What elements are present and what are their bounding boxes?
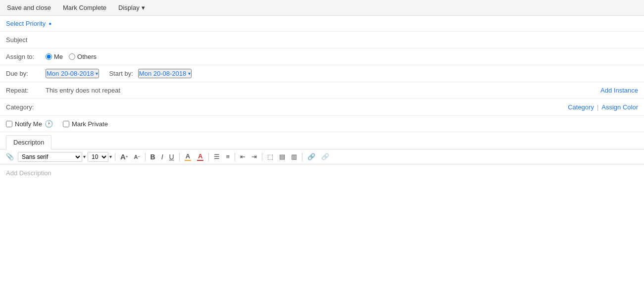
priority-dropdown-icon: ● (49, 21, 51, 26)
assign-radio-group: Me Others (46, 53, 638, 60)
remove-link-icon[interactable]: 🔗 (319, 152, 331, 161)
toolbar: Save and close Mark Complete Display ▾ (0, 0, 644, 16)
priority-row: Select Priority ● (0, 16, 644, 32)
assign-me-option[interactable]: Me (46, 53, 63, 60)
toolbar-separator-6 (262, 153, 262, 161)
select-priority-button[interactable]: Select Priority ● (6, 20, 51, 27)
decrease-font-size-icon[interactable]: A− (132, 153, 142, 161)
repeat-label: Repeat: (6, 87, 46, 94)
notify-me-label: Notify Me (15, 120, 42, 128)
toolbar-separator-4 (208, 153, 209, 161)
font-size-select[interactable]: 10 12 14 16 18 (88, 152, 108, 162)
add-instance-button[interactable]: Add Instance (600, 87, 638, 94)
due-date-field: Mon 20-08-2018 ▾ (46, 69, 99, 78)
ordered-list-icon[interactable]: ≡ (224, 152, 232, 161)
decrease-indent-icon[interactable]: ⇤ (238, 152, 248, 161)
assign-others-radio[interactable] (69, 53, 75, 60)
italic-icon[interactable]: I (159, 152, 165, 162)
assign-row: Assign to: Me Others (0, 49, 644, 65)
mark-private-checkbox[interactable] (63, 121, 69, 127)
display-arrow-icon: ▾ (142, 4, 145, 11)
attach-icon[interactable]: 📎 (4, 152, 16, 161)
notify-me-option[interactable]: Notify Me 🕐 (6, 120, 53, 128)
underline-icon[interactable]: U (167, 152, 176, 162)
assign-others-label: Others (77, 53, 97, 60)
bold-icon[interactable]: B (149, 152, 157, 162)
text-color-icon[interactable]: A (195, 151, 205, 162)
align-left-icon[interactable]: ⬚ (265, 152, 275, 161)
assign-me-label: Me (54, 53, 63, 60)
due-date-arrow-icon: ▾ (96, 71, 98, 76)
display-button[interactable]: Display ▾ (116, 3, 147, 12)
subject-row: Subject (0, 32, 644, 49)
start-date-field: Start by: Mon 20-08-2018 ▾ (109, 69, 192, 78)
due-label: Due by: (6, 70, 46, 77)
start-date-button[interactable]: Mon 20-08-2018 ▾ (138, 69, 192, 78)
save-close-button[interactable]: Save and close (5, 3, 53, 12)
mark-complete-button[interactable]: Mark Complete (61, 3, 108, 12)
description-tab[interactable]: Descripton (6, 135, 51, 149)
category-actions: Category | Assign Color (568, 103, 638, 111)
category-separator: | (597, 103, 598, 111)
start-label: Start by: (109, 70, 133, 77)
due-date-value: Mon 20-08-2018 (47, 70, 94, 77)
alarm-icon: 🕐 (45, 120, 53, 128)
due-date-button[interactable]: Mon 20-08-2018 ▾ (46, 69, 99, 78)
text-highlight-color-icon[interactable]: A (183, 151, 193, 162)
category-label: Category: (6, 103, 46, 111)
main-form: Select Priority ● Subject Assign to: Me … (0, 16, 644, 253)
unordered-list-icon[interactable]: ☰ (212, 152, 222, 161)
description-editor[interactable]: Add Description (0, 164, 644, 253)
description-tab-bar: Descripton (0, 132, 644, 149)
font-family-select[interactable]: Sans serif Arial Georgia Times New Roman (18, 152, 82, 162)
description-placeholder: Add Description (6, 169, 51, 177)
font-size-arrow-icon: ▾ (109, 154, 112, 159)
font-family-arrow-icon: ▾ (83, 154, 86, 159)
toolbar-separator-3 (179, 153, 180, 161)
toolbar-separator-5 (235, 153, 235, 161)
category-row: Category: Category | Assign Color (0, 99, 644, 116)
toolbar-separator-2 (145, 153, 146, 161)
subject-input[interactable] (46, 36, 638, 44)
increase-font-size-icon[interactable]: A+ (118, 151, 130, 162)
align-center-icon[interactable]: ▤ (277, 152, 287, 161)
toolbar-separator-7 (302, 153, 302, 161)
assign-color-button[interactable]: Assign Color (601, 103, 638, 111)
toolbar-separator-1 (115, 153, 115, 161)
mark-private-label: Mark Private (72, 120, 108, 128)
subject-label: Subject (6, 36, 46, 44)
due-start-row: Due by: Mon 20-08-2018 ▾ Start by: Mon 2… (0, 65, 644, 82)
category-button[interactable]: Category (568, 103, 594, 111)
date-section: Mon 20-08-2018 ▾ Start by: Mon 20-08-201… (46, 69, 638, 78)
assign-label: Assign to: (6, 53, 46, 60)
increase-indent-icon[interactable]: ⇥ (249, 152, 259, 161)
assign-others-option[interactable]: Others (69, 53, 97, 60)
repeat-row: Repeat: This entry does not repeat Add I… (0, 82, 644, 99)
display-label: Display (118, 4, 140, 11)
options-row: Notify Me 🕐 Mark Private (0, 116, 644, 132)
editor-toolbar: 📎 Sans serif Arial Georgia Times New Rom… (0, 149, 644, 164)
notify-me-checkbox[interactable] (6, 121, 12, 127)
assign-me-radio[interactable] (46, 53, 52, 60)
start-date-value: Mon 20-08-2018 (139, 70, 186, 77)
mark-private-option[interactable]: Mark Private (63, 120, 108, 128)
start-date-arrow-icon: ▾ (188, 71, 191, 76)
repeat-value: This entry does not repeat (46, 87, 600, 94)
align-right-icon[interactable]: ▥ (289, 152, 299, 161)
insert-link-icon[interactable]: 🔗 (305, 152, 317, 161)
select-priority-label: Select Priority (6, 20, 46, 27)
